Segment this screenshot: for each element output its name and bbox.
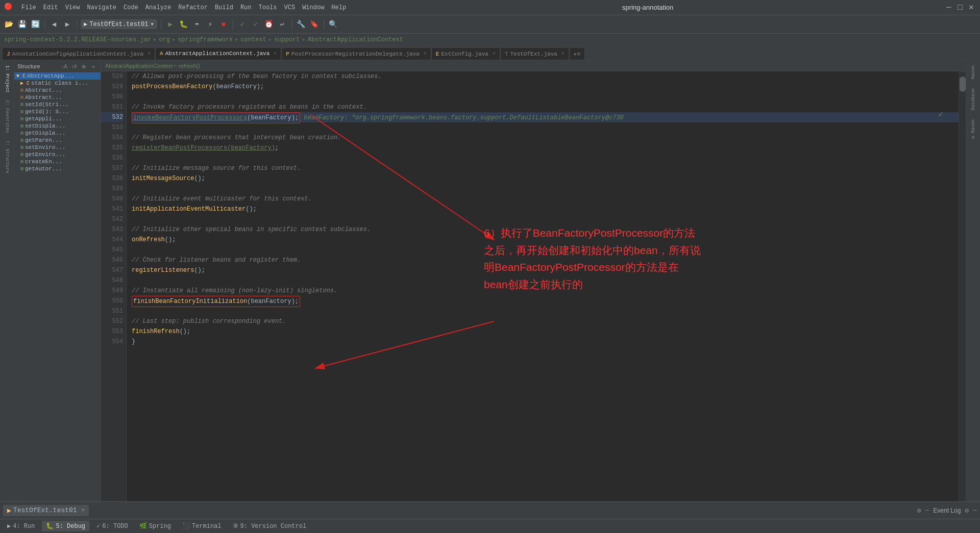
tab-close-abstract[interactable]: × xyxy=(274,51,277,57)
menu-tools[interactable]: Tools xyxy=(256,3,280,12)
line-num-543: 543 xyxy=(101,224,123,235)
favorites-panel-tab[interactable]: 2: Favorites xyxy=(3,97,11,136)
tree-item-1[interactable]: ▶ C static class i... xyxy=(14,80,101,87)
open-button[interactable]: 📂 xyxy=(3,19,14,30)
structure-panel-tab[interactable]: 7: Structure xyxy=(3,137,11,176)
maximize-button[interactable]: □ xyxy=(958,4,965,11)
tab-close-test[interactable]: × xyxy=(561,51,565,57)
breadcrumb-class[interactable]: AbstractApplicationContext xyxy=(308,36,403,43)
breadcrumb-jar[interactable]: spring-context-5.2.2.RELEASE-sources.jar xyxy=(4,36,151,43)
breadcrumb-org[interactable]: org xyxy=(159,36,170,43)
settings-button[interactable]: 🔧 xyxy=(296,19,307,30)
terminal-tab[interactable]: ⬛ Terminal xyxy=(178,521,226,531)
tab-test[interactable]: T TestOfExt.java × xyxy=(500,47,569,60)
save-button[interactable]: 💾 xyxy=(16,19,28,30)
minimize-button[interactable]: ─ xyxy=(946,4,953,11)
tab-ext-config[interactable]: E ExtConfig.java × xyxy=(431,47,500,60)
run-tab[interactable]: ▶ 4: Run xyxy=(3,521,39,531)
menu-build[interactable]: Build xyxy=(212,3,236,12)
menu-run[interactable]: Run xyxy=(237,3,255,12)
m-maven-tab[interactable]: m Maven xyxy=(969,116,977,142)
menu-help[interactable]: Help xyxy=(328,3,349,12)
git-check-button[interactable]: ✓ xyxy=(237,19,248,30)
ebc-class[interactable]: AbstractApplicationContext xyxy=(105,63,173,69)
maven-tab[interactable]: Maven xyxy=(969,62,977,82)
event-log-minimize[interactable]: — xyxy=(973,506,977,514)
debug-active-tab[interactable]: ▶ TestOfExt.test01 × xyxy=(3,505,89,516)
debug-tab-btn[interactable]: 🐛 5: Debug xyxy=(42,521,89,531)
tab-close-annotation[interactable]: × xyxy=(148,51,151,57)
tree-item-setid[interactable]: m setId(Stri... xyxy=(14,101,101,108)
profile-button[interactable]: ⚡ xyxy=(205,19,216,30)
structure-more[interactable]: » xyxy=(89,62,97,70)
back-button[interactable]: ◀ xyxy=(48,19,60,30)
tree-item-0[interactable]: ▼ C AbstractApp... xyxy=(14,72,101,80)
window-controls[interactable]: ─ □ ✕ xyxy=(946,4,976,11)
tab-close-ext[interactable]: × xyxy=(493,51,496,57)
menu-file[interactable]: File xyxy=(18,3,39,12)
debug-minimize-icon[interactable]: — xyxy=(925,506,929,514)
debug-settings-icon[interactable]: ⚙ xyxy=(917,506,921,515)
git-revert-button[interactable]: ↩ xyxy=(277,19,288,30)
tree-item-3[interactable]: m Abstract... xyxy=(14,94,101,101)
tab-post-processor[interactable]: P PostProcessorRegistrationDelegate.java… xyxy=(281,47,431,60)
structure-expand[interactable]: ⊕ xyxy=(80,62,88,70)
code-text-area[interactable]: // Allows post-processing of the bean fa… xyxy=(127,71,959,501)
tree-item-createenv[interactable]: m createEn... xyxy=(14,158,101,165)
line-num-553: 553 xyxy=(101,326,123,337)
menu-window[interactable]: Window xyxy=(299,3,327,12)
coverage-button[interactable]: ☂ xyxy=(191,19,203,30)
breadcrumb-context[interactable]: context xyxy=(240,36,266,43)
scrollbar-track[interactable] xyxy=(959,71,966,501)
breadcrumb-springframework[interactable]: springframework xyxy=(178,36,233,43)
git-history-button[interactable]: ⏰ xyxy=(263,19,275,30)
structure-sort-alpha[interactable]: ↓A xyxy=(60,62,68,70)
debug-button[interactable]: 🐛 xyxy=(178,19,189,30)
database-tab[interactable]: Database xyxy=(969,85,977,113)
menu-view[interactable]: View xyxy=(62,3,83,12)
event-log-label[interactable]: Event Log xyxy=(933,507,961,514)
tree-item-2[interactable]: m Abstract... xyxy=(14,87,101,94)
version-control-tab[interactable]: ⑨ 9: Version Control xyxy=(229,521,311,531)
tree-item-getautor[interactable]: m getAutor... xyxy=(14,165,101,172)
tab-close-post[interactable]: × xyxy=(424,51,427,57)
menu-edit[interactable]: Edit xyxy=(40,3,61,12)
code-line-536 xyxy=(132,153,959,163)
stop-button[interactable]: ■ xyxy=(218,19,229,30)
run-config-selector[interactable]: ▶ TestOfExt.test01 ▾ xyxy=(81,19,157,29)
tree-item-getid[interactable]: m getId(): S... xyxy=(14,108,101,115)
tree-item-setdisplay[interactable]: m setDispla... xyxy=(14,122,101,130)
scrollbar-thumb[interactable] xyxy=(960,77,966,92)
menu-vcs[interactable]: VCS xyxy=(281,3,299,12)
tree-item-getappli[interactable]: m getAppli... xyxy=(14,115,101,122)
tab-annotation-config[interactable]: J AnnotationConfigApplicationContext.jav… xyxy=(2,47,155,60)
ebc-method[interactable]: refresh() xyxy=(179,63,200,69)
project-panel-tab[interactable]: 1: Project xyxy=(3,62,11,96)
close-button[interactable]: ✕ xyxy=(969,4,976,11)
menu-code[interactable]: Code xyxy=(120,3,141,12)
structure-sort-type[interactable]: ↕# xyxy=(70,62,78,70)
breadcrumb-support[interactable]: support xyxy=(274,36,300,43)
menu-refactor[interactable]: Refactor xyxy=(175,3,211,12)
line-num-549: 549 xyxy=(101,286,123,296)
debug-tab-close[interactable]: × xyxy=(81,506,85,514)
tree-item-setenv[interactable]: m setEnviro... xyxy=(14,144,101,151)
spring-tab[interactable]: 🌿 Spring xyxy=(135,521,175,531)
bookmark-button[interactable]: 🔖 xyxy=(309,19,320,30)
menu-analyze[interactable]: Analyze xyxy=(142,3,174,12)
todo-tab-icon: ✓ xyxy=(96,522,100,530)
todo-tab[interactable]: ✓ 6: TODO xyxy=(92,521,132,531)
menu-bar[interactable]: File Edit View Navigate Code Analyze Ref… xyxy=(18,3,349,12)
tab-abstract-app[interactable]: A AbstractApplicationContext.java × xyxy=(155,47,281,60)
search-button[interactable]: 🔍 xyxy=(328,19,339,30)
run-button[interactable]: ▶ xyxy=(165,19,176,30)
sync-button[interactable]: 🔄 xyxy=(30,19,41,30)
event-log-settings[interactable]: ⚙ xyxy=(965,506,969,515)
tab-more[interactable]: ▸≡ xyxy=(569,47,585,60)
menu-navigate[interactable]: Navigate xyxy=(84,3,119,12)
forward-button[interactable]: ▶ xyxy=(62,19,73,30)
tree-item-getdisplay[interactable]: m getDispla... xyxy=(14,130,101,137)
tree-item-getparent[interactable]: m getParen... xyxy=(14,137,101,144)
tree-item-getenv[interactable]: m getEnviro... xyxy=(14,151,101,158)
git-ok-button[interactable]: ✓ xyxy=(250,19,261,30)
